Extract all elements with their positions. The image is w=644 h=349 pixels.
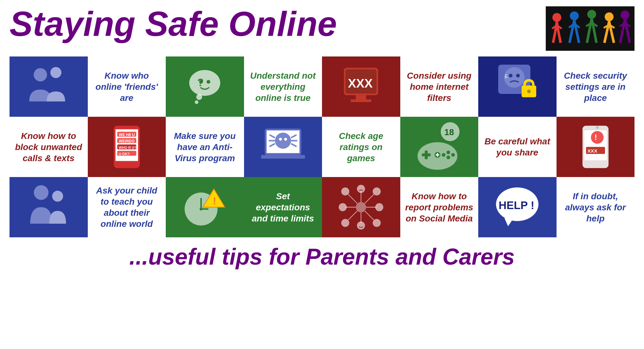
svg-point-14	[587, 10, 596, 19]
svg-point-35	[34, 68, 47, 82]
footer: ...useful tips for Parents and Carers	[10, 244, 634, 270]
svg-point-7	[570, 11, 579, 20]
cell-people-icon	[10, 56, 88, 117]
cell-doubt-text: If in doubt, always ask for help	[557, 177, 635, 237]
people-svg	[26, 64, 71, 109]
cell-thought-icon: ?	[166, 56, 244, 117]
svg-text:!: !	[213, 195, 216, 207]
svg-point-21	[605, 12, 614, 21]
svg-line-111	[348, 211, 357, 220]
svg-text:!: !	[594, 133, 597, 142]
svg-text:WHO R U?: WHO R U?	[119, 146, 136, 149]
cell-help-icon: HELP !	[478, 177, 557, 237]
header: Staying Safe Online	[10, 6, 634, 51]
svg-rect-46	[356, 95, 366, 99]
gamepad-svg: 18	[414, 122, 465, 172]
laptop-svg	[259, 126, 307, 168]
xxx-svg: XXX	[340, 63, 382, 110]
cell-emoji-icon	[322, 177, 400, 237]
svg-point-114	[357, 221, 365, 229]
svg-line-31	[620, 30, 623, 43]
svg-point-97	[52, 191, 63, 202]
svg-point-28	[621, 10, 629, 19]
svg-rect-81	[425, 150, 428, 159]
footer-text: ...useful tips for Parents and Carers	[129, 244, 515, 269]
cell-gamepad-icon: 18	[400, 117, 479, 177]
cell-report-text: Know how to report problems on Social Me…	[400, 177, 479, 237]
svg-line-3	[553, 32, 555, 43]
svg-rect-76	[261, 155, 305, 159]
report-label: Know how to report problems on Social Me…	[404, 191, 475, 224]
cell-laptop-icon	[244, 117, 322, 177]
svg-point-118	[373, 188, 381, 195]
svg-point-36	[50, 67, 61, 78]
cell-adultchild-icon	[10, 177, 88, 237]
svg-line-18	[594, 30, 596, 43]
svg-line-24	[604, 32, 607, 43]
svg-line-17	[587, 30, 589, 43]
security-label: Check security settings are in place	[560, 70, 631, 103]
svg-point-113	[357, 185, 365, 193]
svg-point-119	[341, 219, 349, 227]
svg-text:£: £	[505, 73, 508, 79]
svg-text:XXX: XXX	[587, 148, 597, 154]
share-label: Be careful what you share	[482, 136, 553, 158]
cell-block-text: Know how to block unwanted calls & texts	[10, 117, 88, 177]
svg-point-51	[516, 74, 520, 78]
logo-svg	[547, 8, 633, 49]
understand-label: Understand not everything online is true	[248, 70, 319, 103]
svg-point-84	[447, 155, 450, 159]
cell-phone-icon: WE H8 U WEIRDO WHO R U? U OK?	[88, 117, 166, 177]
svg-point-74	[279, 138, 282, 141]
svg-point-67	[275, 133, 291, 149]
doubt-label: If in doubt, always ask for help	[560, 191, 631, 224]
svg-point-37	[189, 70, 220, 96]
svg-point-75	[284, 138, 287, 141]
adultchild-svg	[26, 183, 71, 231]
agerating-label: Check age ratings on games	[326, 130, 396, 164]
svg-line-32	[627, 30, 630, 43]
svg-point-39	[195, 100, 199, 104]
block-label: Know how to block unwanted calls & texts	[13, 130, 84, 164]
svg-line-109	[348, 194, 357, 204]
svg-point-115	[339, 203, 347, 211]
svg-point-116	[375, 203, 383, 211]
cell-phonexxx-icon: XXX !	[557, 117, 635, 177]
cell-expectations-text: Set expectations and time limits	[244, 177, 322, 237]
cell-know-who-text: Know who online 'friends' are	[88, 56, 166, 117]
svg-marker-122	[505, 218, 514, 226]
cell-teach-text: Ask your child to teach you about their …	[88, 177, 166, 237]
svg-text:XXX: XXX	[348, 76, 373, 90]
cell-understand-text: Understand not everything online is true	[244, 56, 322, 117]
svg-point-117	[341, 188, 349, 195]
svg-line-11	[576, 31, 579, 43]
logo	[546, 6, 634, 51]
svg-text:WE H8 U: WE H8 U	[119, 133, 135, 137]
phone-svg: WE H8 U WEIRDO WHO R U? U OK?	[111, 123, 143, 171]
svg-point-85	[442, 153, 445, 156]
page: Staying Safe Online	[0, 0, 644, 349]
main-title: Staying Safe Online	[10, 6, 337, 41]
filters-label: Consider using home internet filters	[404, 70, 475, 103]
svg-point-38	[196, 94, 202, 100]
cell-antivirus-text: Make sure you have an Anti-Virus program	[166, 117, 244, 177]
cell-agerating-text: Check age ratings on games	[322, 117, 400, 177]
svg-point-120	[373, 219, 381, 227]
svg-line-112	[365, 211, 374, 220]
svg-text:U OK?: U OK?	[119, 152, 130, 156]
know-who-label: Know who online 'friends' are	[92, 70, 162, 103]
thought-svg: ?	[183, 64, 227, 109]
svg-point-0	[552, 13, 561, 22]
phonexxx-svg: XXX !	[580, 123, 611, 171]
svg-point-93	[591, 131, 603, 144]
cell-share-text: Be careful what you share	[478, 117, 557, 177]
svg-text:WEIRDO: WEIRDO	[119, 139, 134, 143]
cell-security-text: Check security settings are in place	[557, 56, 635, 117]
svg-line-110	[365, 194, 374, 204]
svg-text:18: 18	[444, 127, 454, 137]
svg-point-41	[207, 80, 210, 84]
svg-point-50	[509, 74, 513, 78]
expectations-label: Set expectations and time limits	[248, 191, 319, 224]
svg-point-82	[447, 150, 450, 154]
teach-label: Ask your child to teach you about their …	[92, 185, 162, 229]
